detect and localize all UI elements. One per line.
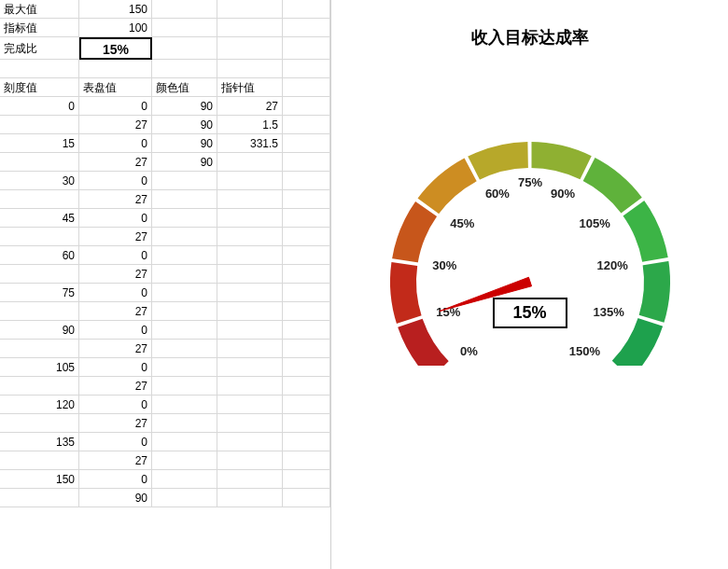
data-cell[interactable] <box>217 396 283 414</box>
data-cell[interactable] <box>217 246 283 265</box>
data-cell[interactable] <box>0 302 79 321</box>
data-cell[interactable] <box>152 265 217 284</box>
data-cell[interactable] <box>152 396 217 414</box>
column-header: 表盘值 <box>79 78 152 97</box>
data-cell[interactable] <box>217 228 283 246</box>
completion-dropdown[interactable]: 15% ▼ <box>79 37 152 60</box>
data-cell[interactable] <box>152 414 217 433</box>
data-cell[interactable]: 0 <box>79 396 152 414</box>
data-cell[interactable]: 0 <box>79 172 152 190</box>
data-cell[interactable] <box>152 470 217 489</box>
data-cell[interactable]: 90 <box>79 489 152 507</box>
completion-value: 15% <box>103 42 129 57</box>
data-cell[interactable] <box>152 284 217 302</box>
gauge-tick-label: 90% <box>551 187 575 201</box>
data-cell[interactable]: 1.5 <box>217 116 283 134</box>
data-cell[interactable]: 135 <box>0 433 79 451</box>
data-cell[interactable] <box>217 358 283 377</box>
data-cell[interactable] <box>152 489 217 507</box>
data-cell[interactable] <box>217 284 283 302</box>
gauge-arc-segment <box>398 319 450 366</box>
data-cell[interactable] <box>0 190 79 209</box>
data-cell[interactable] <box>152 172 217 190</box>
data-cell[interactable]: 0 <box>0 97 79 116</box>
data-cell[interactable] <box>217 451 283 470</box>
data-cell[interactable]: 27 <box>79 414 152 433</box>
spreadsheet-panel: 最大值 150 指标值 100 完成比 15% ▼ <box>0 0 331 569</box>
value-target[interactable]: 100 <box>79 19 152 37</box>
data-cell[interactable]: 90 <box>152 116 217 134</box>
data-cell[interactable]: 0 <box>79 97 152 116</box>
data-cell[interactable] <box>0 153 79 172</box>
data-cell[interactable]: 0 <box>79 358 152 377</box>
data-cell[interactable]: 30 <box>0 172 79 190</box>
data-cell[interactable] <box>152 302 217 321</box>
data-cell[interactable] <box>0 414 79 433</box>
data-cell[interactable]: 90 <box>152 153 217 172</box>
data-cell[interactable] <box>0 377 79 396</box>
data-cell[interactable] <box>217 172 283 190</box>
data-cell[interactable] <box>217 190 283 209</box>
data-cell[interactable] <box>217 302 283 321</box>
data-cell[interactable] <box>152 358 217 377</box>
data-cell[interactable] <box>0 340 79 358</box>
data-cell[interactable]: 331.5 <box>217 134 283 153</box>
data-cell[interactable]: 45 <box>0 209 79 228</box>
data-cell[interactable]: 27 <box>79 190 152 209</box>
data-cell[interactable]: 27 <box>79 340 152 358</box>
data-cell[interactable] <box>152 228 217 246</box>
data-cell[interactable] <box>217 209 283 228</box>
data-cell[interactable] <box>0 451 79 470</box>
data-cell[interactable]: 27 <box>79 451 152 470</box>
data-cell[interactable] <box>152 451 217 470</box>
data-cell[interactable] <box>0 489 79 507</box>
data-cell[interactable] <box>217 414 283 433</box>
data-cell[interactable]: 75 <box>0 284 79 302</box>
data-cell[interactable] <box>0 116 79 134</box>
data-cell[interactable] <box>217 265 283 284</box>
gauge-tick-label: 0% <box>460 344 478 358</box>
data-cell[interactable] <box>217 433 283 451</box>
data-cell[interactable]: 0 <box>79 284 152 302</box>
data-cell[interactable] <box>217 340 283 358</box>
data-cell[interactable]: 90 <box>152 134 217 153</box>
data-cell[interactable]: 0 <box>79 470 152 489</box>
data-cell[interactable]: 0 <box>79 433 152 451</box>
data-cell[interactable]: 27 <box>217 97 283 116</box>
data-cell[interactable] <box>217 470 283 489</box>
data-cell[interactable] <box>152 321 217 340</box>
data-cell[interactable]: 27 <box>79 302 152 321</box>
gauge: 0%15%30%45%60%75%90%105%120%135%150% 15% <box>353 67 707 366</box>
data-cell[interactable]: 90 <box>152 97 217 116</box>
data-cell[interactable]: 27 <box>79 377 152 396</box>
data-cell[interactable] <box>152 340 217 358</box>
data-cell[interactable] <box>152 246 217 265</box>
data-cell[interactable]: 27 <box>79 153 152 172</box>
data-cell[interactable]: 120 <box>0 396 79 414</box>
data-cell[interactable]: 27 <box>79 265 152 284</box>
data-cell[interactable] <box>217 153 283 172</box>
data-cell[interactable]: 27 <box>79 228 152 246</box>
data-cell[interactable] <box>217 321 283 340</box>
data-cell[interactable] <box>152 377 217 396</box>
data-cell[interactable]: 150 <box>0 470 79 489</box>
data-cell[interactable]: 60 <box>0 246 79 265</box>
data-cell[interactable]: 27 <box>79 116 152 134</box>
data-cell[interactable] <box>217 377 283 396</box>
gauge-tick-label: 75% <box>517 175 541 189</box>
data-cell[interactable] <box>0 265 79 284</box>
data-cell[interactable]: 0 <box>79 134 152 153</box>
data-cell[interactable] <box>152 433 217 451</box>
data-cell[interactable]: 105 <box>0 358 79 377</box>
data-cell[interactable]: 0 <box>79 246 152 265</box>
data-cell[interactable]: 90 <box>0 321 79 340</box>
data-cell[interactable]: 15 <box>0 134 79 153</box>
value-max[interactable]: 150 <box>79 0 152 19</box>
gauge-tick-label: 135% <box>593 305 624 319</box>
data-cell[interactable]: 0 <box>79 321 152 340</box>
data-cell[interactable] <box>152 190 217 209</box>
data-cell[interactable] <box>0 228 79 246</box>
data-cell[interactable]: 0 <box>79 209 152 228</box>
data-cell[interactable] <box>152 209 217 228</box>
data-cell[interactable] <box>217 489 283 507</box>
